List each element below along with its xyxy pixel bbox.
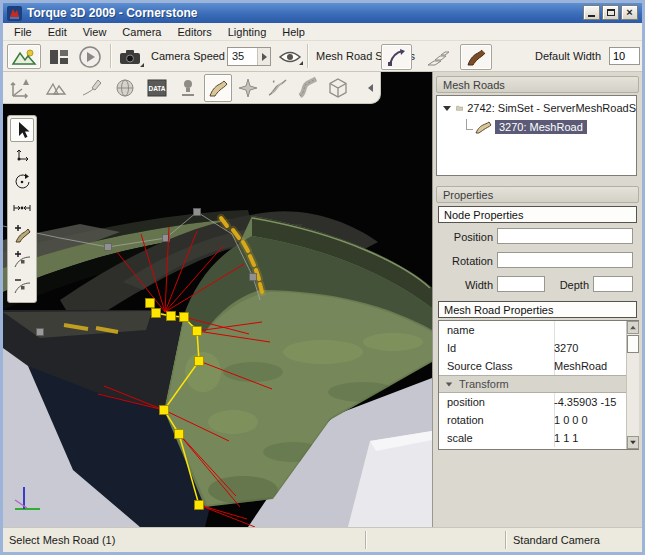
decal-editor-icon <box>176 76 200 100</box>
mesh-road-editor-button[interactable] <box>204 74 232 102</box>
rotation-input[interactable] <box>497 252 633 268</box>
property-row-scale[interactable]: scale 1 1 1 <box>439 429 626 447</box>
camera-speed-label: Camera Speed <box>151 50 225 62</box>
road-node[interactable] <box>195 357 204 366</box>
particle-editor-icon <box>236 76 260 100</box>
road-node[interactable] <box>152 309 161 318</box>
scrollbar-thumb[interactable] <box>627 335 639 353</box>
property-row-id[interactable]: Id 3270 <box>439 339 626 357</box>
material-editor-icon <box>113 76 137 100</box>
road-node-inactive[interactable] <box>250 274 257 281</box>
road-solid-icon <box>465 47 487 67</box>
property-group-transform[interactable]: Transform <box>439 375 626 393</box>
road-node-inactive[interactable] <box>37 329 44 336</box>
mesh-roads-tree[interactable]: 2742: SimSet - ServerMeshRoadS 3270: Mes… <box>436 95 637 176</box>
property-label: Id <box>439 342 549 354</box>
decal-road-editor-button[interactable] <box>296 76 320 100</box>
property-value[interactable]: 1 1 1 <box>554 432 618 444</box>
play-button[interactable] <box>77 44 103 69</box>
decal-road-editor-icon <box>296 76 320 100</box>
insert-point-tool-button[interactable] <box>10 248 34 272</box>
move-point-tool-button[interactable] <box>10 144 34 168</box>
viewport-3d[interactable] <box>3 72 432 527</box>
minimize-button[interactable] <box>583 5 600 20</box>
mesh-road-properties-table: name Id 3270 Source Class MeshRoad Trans… <box>438 320 639 450</box>
menu-camera[interactable]: Camera <box>114 25 169 39</box>
road-node-inactive[interactable] <box>194 209 201 216</box>
decal-editor-button[interactable] <box>176 76 200 100</box>
road-node[interactable] <box>180 313 189 322</box>
mesh-road-icon <box>474 120 492 134</box>
scroll-up-button[interactable] <box>627 321 639 334</box>
table-scrollbar[interactable] <box>626 321 639 449</box>
world-editor-button[interactable] <box>7 44 41 69</box>
road-node[interactable] <box>160 406 169 415</box>
viewport-scene <box>3 72 432 527</box>
select-tool-button[interactable] <box>10 118 34 142</box>
terrain-painter-button[interactable] <box>80 76 104 100</box>
group-collapse-icon[interactable] <box>446 382 452 386</box>
property-value[interactable]: 3270 <box>554 342 618 354</box>
rotate-icon <box>12 172 32 192</box>
default-width-label: Default Width <box>535 50 601 62</box>
select-mesh-road-button[interactable] <box>381 44 412 70</box>
minimize-icon <box>588 15 595 17</box>
rotate-point-tool-button[interactable] <box>10 170 34 194</box>
menu-lighting[interactable]: Lighting <box>220 25 275 39</box>
property-row-name[interactable]: name <box>439 321 626 339</box>
position-input[interactable] <box>497 228 633 244</box>
scroll-down-button[interactable] <box>627 436 639 449</box>
play-icon <box>78 45 102 69</box>
object-editor-icon <box>8 76 32 100</box>
property-value[interactable]: -4.35903 -15 <box>554 396 618 408</box>
road-node[interactable] <box>195 501 204 510</box>
arrow-up-icon <box>630 326 636 330</box>
tree-item-meshroad[interactable]: 3270: MeshRoad <box>437 118 636 136</box>
remove-point-tool-button[interactable] <box>10 274 34 298</box>
visibility-menu-button[interactable] <box>276 48 304 66</box>
camera-speed-arrow[interactable] <box>257 48 270 65</box>
property-value[interactable]: 1 0 0 0 <box>554 414 618 426</box>
close-button[interactable]: × <box>621 5 638 20</box>
dropdown-corner-icon <box>299 61 303 65</box>
road-node[interactable] <box>146 299 155 308</box>
datablock-editor-button[interactable]: DATA <box>145 76 169 100</box>
tree-item-simset[interactable]: 2742: SimSet - ServerMeshRoadS <box>437 99 636 117</box>
depth-input[interactable] <box>593 276 633 292</box>
add-road-tool-button[interactable] <box>10 222 34 246</box>
toolbar-overflow-chevron[interactable] <box>368 84 373 92</box>
river-editor-button[interactable] <box>266 76 290 100</box>
group-label: Transform <box>459 378 509 390</box>
gui-editor-button[interactable] <box>46 46 72 67</box>
road-node[interactable] <box>175 430 184 439</box>
forest-editor-button[interactable] <box>326 76 350 100</box>
tree-expand-icon[interactable] <box>443 106 451 111</box>
road-node[interactable] <box>193 327 202 336</box>
camera-menu-button[interactable] <box>117 46 145 68</box>
road-node-inactive[interactable] <box>105 244 112 251</box>
add-mesh-road-solid-button[interactable] <box>460 44 492 70</box>
camera-speed-combo[interactable]: 35 <box>227 47 271 66</box>
maximize-button[interactable] <box>602 5 619 20</box>
menu-editors[interactable]: Editors <box>169 25 219 39</box>
property-label: rotation <box>439 414 549 426</box>
width-input[interactable] <box>497 276 545 292</box>
menu-edit[interactable]: Edit <box>40 25 75 39</box>
property-row-source-class[interactable]: Source Class MeshRoad <box>439 357 626 375</box>
terrain-editor-button[interactable] <box>44 76 68 100</box>
property-row-position[interactable]: position -4.35903 -15 <box>439 393 626 411</box>
particle-editor-button[interactable] <box>236 76 260 100</box>
scale-point-tool-button[interactable] <box>10 196 34 220</box>
menu-file[interactable]: File <box>6 25 40 39</box>
default-width-input[interactable] <box>609 47 640 65</box>
road-node[interactable] <box>167 312 176 321</box>
object-editor-button[interactable] <box>8 76 32 100</box>
add-mesh-road-wireframe-button[interactable] <box>423 44 453 70</box>
property-row-rotation[interactable]: rotation 1 0 0 0 <box>439 411 626 429</box>
menu-view[interactable]: View <box>75 25 115 39</box>
title-bar[interactable]: Torque 3D 2009 - Cornerstone × <box>3 3 642 23</box>
property-value[interactable]: MeshRoad <box>554 360 618 372</box>
road-wireframe-icon <box>426 47 450 67</box>
menu-help[interactable]: Help <box>274 25 313 39</box>
material-editor-button[interactable] <box>113 76 137 100</box>
